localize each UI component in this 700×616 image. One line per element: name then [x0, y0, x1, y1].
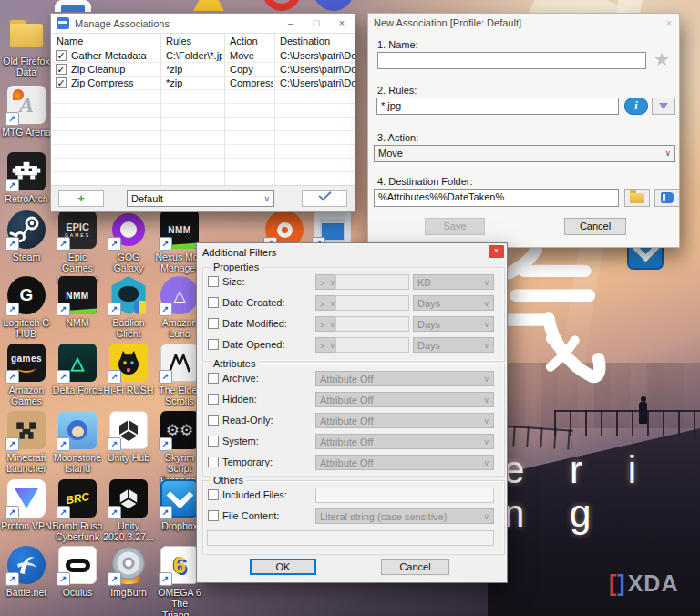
apply-button[interactable]	[302, 190, 347, 207]
desktop-icon-nmm[interactable]: NMM ↗ NMM	[52, 276, 103, 328]
titlebar[interactable]: Additional Filters ×	[197, 243, 507, 261]
date-created-checkbox[interactable]	[208, 297, 219, 308]
included-files-input[interactable]	[315, 488, 494, 503]
desktop-icon-proton-vpn[interactable]: ↗ Proton VPN	[1, 479, 52, 531]
name-input[interactable]	[377, 52, 646, 69]
date-opened-unit-select[interactable]: Days	[413, 337, 494, 353]
desktop-icon-label: ImgBurn	[103, 587, 154, 598]
minimize-button[interactable]: –	[278, 14, 304, 33]
archive-label: Archive:	[222, 373, 259, 384]
size-unit-select[interactable]: KB	[413, 274, 494, 290]
variables-button[interactable]	[654, 189, 680, 207]
partial-desktop-icon[interactable]	[55, 0, 91, 12]
shortcut-arrow-icon: ↗	[5, 370, 19, 384]
close-button[interactable]: ×	[329, 14, 355, 33]
desktop-icon-retroarch[interactable]: ↗ RetroArch	[1, 152, 52, 204]
date-modified-checkbox[interactable]	[208, 318, 219, 329]
browse-folder-button[interactable]	[624, 189, 650, 207]
ok-button[interactable]: OK	[250, 559, 316, 575]
size-value-input[interactable]	[335, 274, 409, 290]
archive-select[interactable]: Attribute Off	[315, 371, 494, 386]
desktop-icon-moonstone-island[interactable]: ↗ Moonstone Island	[52, 411, 103, 475]
row-checkbox[interactable]: ✓	[56, 77, 67, 88]
archive-checkbox[interactable]	[208, 373, 219, 384]
date-created-value-input[interactable]	[335, 295, 409, 311]
column-header-rules[interactable]: Rules	[166, 36, 191, 46]
date-modified-unit-select[interactable]: Days	[413, 316, 494, 332]
file-content-input[interactable]	[207, 530, 494, 546]
wallpaper-kanji	[494, 242, 609, 399]
desktop-icon-bomb-rush-cyberfunk[interactable]: BRC ↗ Bomb Rush Cyberfunk	[52, 479, 103, 543]
size-operator-select[interactable]: >	[320, 279, 324, 288]
column-header-destination[interactable]: Destination	[280, 36, 330, 46]
cancel-button[interactable]: Cancel	[381, 559, 449, 575]
desktop-icon-epic-games-launcher[interactable]: EPICGAMES ↗ Epic Games Launcher	[52, 210, 103, 285]
desktop-icon-unity-hub[interactable]: ↗ Unity Hub	[103, 411, 154, 463]
read-only-checkbox[interactable]	[208, 415, 219, 426]
row-checkbox[interactable]: ✓	[56, 50, 67, 61]
file-content-mode-select[interactable]: Literal string (case sensitive)	[315, 508, 494, 524]
read-only-select[interactable]: Attribute Off	[315, 413, 494, 428]
hidden-select[interactable]: Attribute Off	[315, 392, 494, 407]
desktop-icon-minecraft-launcher[interactable]: ↗ Minecraft Launcher	[1, 411, 52, 475]
file-content-checkbox[interactable]	[208, 510, 219, 521]
size-checkbox[interactable]	[208, 276, 219, 287]
desktop-icon-label: Minecraft Launcher	[1, 452, 52, 475]
desktop-icon-amazon-games[interactable]: games ↗ Amazon Games	[1, 344, 52, 407]
system-select[interactable]: Attribute Off	[315, 434, 494, 449]
shortcut-arrow-icon: ↗	[108, 506, 121, 519]
date-modified-value-input[interactable]	[335, 316, 409, 332]
desktop-icon-badlion-client[interactable]: ↗ Badlion Client	[103, 276, 154, 340]
desktop-icon-delta-force[interactable]: △ ↗ Delta Force	[52, 344, 103, 395]
column-header-name[interactable]: Name	[57, 36, 83, 46]
profile-select[interactable]: Default	[127, 190, 274, 207]
temporary-select[interactable]: Attribute Off	[315, 455, 494, 470]
cell-rules: *zip	[166, 64, 222, 75]
desktop-icon-unity-2020[interactable]: ↗ Unity 2020.3.27...	[103, 479, 154, 543]
desktop-icon-logitech-g-hub[interactable]: G ↗ Logitech G HUB	[1, 276, 52, 340]
add-association-button[interactable]: +	[58, 190, 104, 207]
titlebar[interactable]: Manage Associations – □ ×	[51, 14, 355, 33]
date-opened-operator-select[interactable]: >	[320, 342, 324, 351]
desktop-icon-label: Moonstone Island	[52, 452, 103, 475]
close-button[interactable]: ×	[659, 17, 679, 28]
date-opened-value-input[interactable]	[335, 337, 409, 353]
partial-desktop-icon[interactable]	[262, 0, 301, 12]
desktop-icon-imgburn[interactable]: ↗ ImgBurn	[103, 546, 154, 598]
desktop-icon-mtg-arena[interactable]: A ↗ MTG Arena	[1, 86, 52, 138]
row-checkbox[interactable]: ✓	[56, 64, 67, 75]
table-header[interactable]: Name Rules Action Destination	[51, 33, 355, 50]
rules-input[interactable]: *.jpg	[376, 98, 619, 115]
desktop-icon-gog-galaxy[interactable]: ↗ GOG Galaxy	[103, 210, 154, 274]
date-opened-checkbox[interactable]	[208, 339, 219, 350]
date-created-operator-select[interactable]: >	[320, 300, 324, 309]
save-button[interactable]: Save	[425, 218, 485, 235]
temporary-checkbox[interactable]	[208, 457, 219, 467]
partial-desktop-icon[interactable]	[314, 0, 354, 12]
partial-desktop-icon[interactable]	[193, 0, 224, 11]
table-row[interactable]: ✓ Gather Metadata C:\Folder\*.jpg Move C…	[51, 49, 355, 63]
desktop-icon-hifi-rush[interactable]: ↗ Hi-Fi RUSH	[103, 344, 154, 395]
desktop-icon-old-firefox-data[interactable]: Old Firefox Data	[1, 15, 52, 78]
desktop-icon-steam[interactable]: ↗ Steam	[1, 210, 52, 262]
hidden-checkbox[interactable]	[208, 394, 219, 405]
info-button[interactable]: i	[624, 98, 648, 115]
date-created-unit-select[interactable]: Days	[413, 295, 494, 311]
cancel-button[interactable]: Cancel	[564, 218, 626, 235]
favorite-star-icon[interactable]: ★	[654, 48, 670, 70]
desktop-icon-battle-net[interactable]: ↗ Battle.net	[1, 546, 52, 598]
column-header-action[interactable]: Action	[230, 36, 258, 46]
action-select[interactable]: Move	[374, 145, 675, 162]
included-files-checkbox[interactable]	[208, 489, 219, 500]
date-modified-operator-select[interactable]: >	[320, 321, 324, 330]
titlebar[interactable]: New Association [Profile: Default] ×	[368, 14, 679, 32]
close-button[interactable]: ×	[489, 245, 504, 258]
shortcut-arrow-icon: ↗	[57, 237, 70, 251]
system-checkbox[interactable]	[208, 436, 219, 447]
desktop-icon-oculus[interactable]: ↗ Oculus	[52, 546, 103, 598]
table-row[interactable]: ✓ Zip Compress *zip Compress C:\Users\pa…	[51, 77, 355, 90]
maximize-button[interactable]: □	[304, 14, 329, 33]
table-row[interactable]: ✓ Zip Cleanup *zip Copy C:\Users\patri\D…	[51, 63, 355, 77]
destination-input[interactable]: %Attributes%%DateTaken%	[374, 189, 619, 207]
additional-filters-button[interactable]	[652, 98, 675, 115]
